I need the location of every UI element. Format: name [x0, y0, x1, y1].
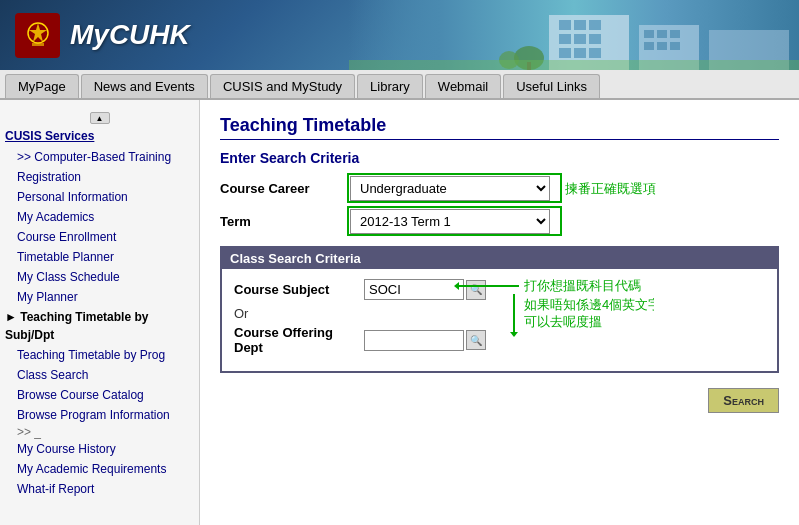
course-offering-dept-search-btn[interactable]: 🔍 [466, 330, 486, 350]
svg-rect-13 [574, 48, 586, 58]
course-career-label: Course Career [220, 181, 350, 196]
svg-rect-11 [589, 34, 601, 44]
sidebar-item-personal-info[interactable]: Personal Information [5, 187, 194, 207]
sidebar-item-browse-course-catalog[interactable]: Browse Course Catalog [5, 385, 194, 405]
header-bg [349, 0, 799, 70]
svg-rect-20 [657, 42, 667, 50]
svg-rect-10 [574, 34, 586, 44]
sidebar-item-academic-requirements[interactable]: My Academic Requirements [5, 459, 194, 479]
search-button[interactable]: Search [708, 388, 779, 413]
section-title: Enter Search Criteria [220, 150, 779, 166]
sidebar-item-course-history[interactable]: My Course History [5, 439, 194, 459]
tab-library[interactable]: Library [357, 74, 423, 98]
svg-rect-18 [670, 30, 680, 38]
header: MyCUHK [0, 0, 799, 70]
sidebar-item-browse-program[interactable]: Browse Program Information [5, 405, 194, 425]
class-search-criteria-header: Class Search Criteria [222, 248, 777, 269]
annotation-text-career: 揀番正確既選項 [565, 180, 656, 198]
course-career-select[interactable]: Undergraduate Postgraduate [350, 176, 550, 201]
svg-rect-16 [644, 30, 654, 38]
tab-news-events[interactable]: News and Events [81, 74, 208, 98]
sidebar-item-course-enrollment[interactable]: Course Enrollment [5, 227, 194, 247]
course-offering-dept-input[interactable] [364, 330, 464, 351]
scroll-btn[interactable]: ▲ [5, 108, 194, 129]
term-label: Term [220, 214, 350, 229]
tab-mypage[interactable]: MyPage [5, 74, 79, 98]
svg-rect-21 [670, 42, 680, 50]
class-search-criteria-body: Course Subject 🔍 打你想搵既科目代碼 如果唔知係邊4個英文字母，… [222, 269, 777, 371]
content-area: Teaching Timetable Enter Search Criteria… [200, 100, 799, 525]
svg-rect-7 [574, 20, 586, 30]
logo-emblem [15, 13, 60, 58]
tab-useful-links[interactable]: Useful Links [503, 74, 600, 98]
sidebar-item-my-academics[interactable]: My Academics [5, 207, 194, 227]
search-btn-area: Search [220, 388, 779, 413]
svg-rect-12 [559, 48, 571, 58]
course-subject-input[interactable] [364, 279, 464, 300]
sidebar-item-teaching-timetable-subj[interactable]: ► Teaching Timetable by Subj/Dpt [5, 307, 194, 345]
course-subject-search-btn[interactable]: 🔍 [466, 280, 486, 300]
sidebar-item-my-planner[interactable]: My Planner [5, 287, 194, 307]
or-label: Or [234, 306, 765, 321]
svg-rect-6 [559, 20, 571, 30]
sidebar-item-what-if[interactable]: What-if Report [5, 479, 194, 499]
sidebar-divider: >> _ [5, 423, 41, 441]
main-layout: ▲ CUSIS Services >> Computer-Based Train… [0, 100, 799, 525]
svg-rect-3 [32, 43, 44, 46]
sidebar: ▲ CUSIS Services >> Computer-Based Train… [0, 100, 200, 525]
class-search-criteria-box: Class Search Criteria Course Subject 🔍 打… [220, 246, 779, 373]
sidebar-item-registration[interactable]: Registration [5, 167, 194, 187]
svg-rect-9 [559, 34, 571, 44]
course-subject-container: Course Subject 🔍 打你想搵既科目代碼 如果唔知係邊4個英文字母，… [234, 279, 765, 300]
page-title: Teaching Timetable [220, 115, 779, 140]
site-title: MyCUHK [70, 19, 190, 51]
tab-cusis-mystudy[interactable]: CUSIS and MyStudy [210, 74, 355, 98]
tab-webmail[interactable]: Webmail [425, 74, 501, 98]
sidebar-section-title[interactable]: CUSIS Services [5, 129, 194, 143]
svg-rect-19 [644, 42, 654, 50]
sidebar-item-teaching-timetable-prog[interactable]: Teaching Timetable by Prog [5, 345, 194, 365]
course-subject-label: Course Subject [234, 282, 364, 297]
course-subject-row: Course Subject 🔍 [234, 279, 765, 300]
sidebar-item-class-schedule[interactable]: My Class Schedule [5, 267, 194, 287]
term-row: Term 2012-13 Term 1 2012-13 Term 2 [220, 209, 779, 234]
svg-rect-17 [657, 30, 667, 38]
svg-rect-26 [349, 60, 799, 70]
course-career-row: Course Career Undergraduate Postgraduate… [220, 176, 779, 201]
sidebar-item-timetable-planner[interactable]: Timetable Planner [5, 247, 194, 267]
sidebar-item-cbt[interactable]: >> Computer-Based Training [5, 147, 194, 167]
course-offering-dept-label: Course Offering Dept [234, 325, 364, 355]
sidebar-item-class-search[interactable]: Class Search [5, 365, 194, 385]
course-offering-dept-row: Course Offering Dept 🔍 [234, 325, 765, 355]
svg-rect-8 [589, 20, 601, 30]
svg-rect-14 [589, 48, 601, 58]
logo: MyCUHK [15, 13, 190, 58]
nav-tabs: MyPage News and Events CUSIS and MyStudy… [0, 70, 799, 100]
term-select[interactable]: 2012-13 Term 1 2012-13 Term 2 [350, 209, 550, 234]
